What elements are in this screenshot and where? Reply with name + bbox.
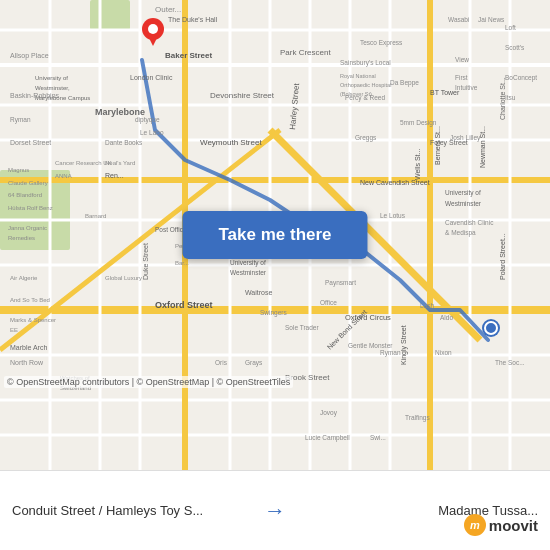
current-location-dot [484, 321, 498, 335]
svg-text:Da Beppe: Da Beppe [390, 79, 419, 87]
svg-text:Kingly Street: Kingly Street [400, 325, 408, 365]
svg-text:BoConcept: BoConcept [505, 74, 537, 82]
svg-text:Hülsta Rolf Benz: Hülsta Rolf Benz [8, 205, 53, 211]
svg-text:London Clinic: London Clinic [130, 74, 173, 81]
svg-text:Remedies: Remedies [8, 235, 35, 241]
svg-text:Oxford Street: Oxford Street [155, 300, 213, 310]
svg-text:(Bolsover St): (Bolsover St) [340, 91, 372, 97]
svg-text:Global Luxury: Global Luxury [105, 275, 142, 281]
svg-text:The Soc...: The Soc... [495, 359, 525, 366]
svg-text:Janna Organic: Janna Organic [8, 225, 47, 231]
svg-text:Barnard: Barnard [85, 213, 106, 219]
svg-text:Office: Office [320, 299, 337, 306]
svg-text:Oxford Circus: Oxford Circus [345, 313, 391, 322]
svg-text:Ren...: Ren... [105, 172, 124, 179]
svg-text:University of: University of [445, 189, 481, 197]
svg-text:Gentle Monster: Gentle Monster [348, 342, 393, 349]
svg-text:Le Lotus: Le Lotus [380, 212, 406, 219]
svg-text:Claude Gallery: Claude Gallery [8, 180, 48, 186]
svg-text:Swi...: Swi... [370, 434, 386, 441]
svg-text:5mm Design: 5mm Design [400, 119, 437, 127]
svg-text:Itsu: Itsu [505, 94, 516, 101]
svg-text:Dorset Street: Dorset Street [10, 139, 51, 146]
svg-text:& Medispa: & Medispa [445, 229, 476, 237]
svg-text:Royal National: Royal National [340, 73, 376, 79]
svg-text:Westminster: Westminster [445, 200, 482, 207]
route-from-label: Conduit Street / Hamleys Toy S... [12, 503, 254, 518]
svg-text:Bar...: Bar... [175, 260, 189, 266]
svg-text:64 Blandford: 64 Blandford [8, 192, 42, 198]
svg-text:Neal's Yard: Neal's Yard [105, 160, 135, 166]
destination-pin [142, 18, 164, 50]
svg-text:Oris: Oris [215, 359, 228, 366]
svg-text:Magnus: Magnus [8, 167, 29, 173]
svg-text:University of: University of [35, 75, 68, 81]
svg-text:Newman St...: Newman St... [479, 126, 486, 168]
svg-text:Le Labo: Le Labo [140, 129, 164, 136]
svg-text:Scott's: Scott's [505, 44, 525, 51]
svg-text:Allsop Place: Allsop Place [10, 52, 49, 60]
svg-text:Sainsbury's Local: Sainsbury's Local [340, 59, 391, 67]
moovit-icon-letter: m [470, 519, 480, 531]
svg-text:Cancer Research UK: Cancer Research UK [55, 160, 112, 166]
bottom-bar: Conduit Street / Hamleys Toy S... → Mada… [0, 470, 550, 550]
svg-text:And So To Bed: And So To Bed [10, 297, 50, 303]
svg-text:Tesco Express: Tesco Express [360, 39, 403, 47]
svg-text:Air Algerie: Air Algerie [10, 275, 38, 281]
map-container: Outer... Allsop Place Baker Street Baski… [0, 0, 550, 470]
svg-text:Orthopaedic Hospital: Orthopaedic Hospital [340, 82, 391, 88]
svg-text:Intuitive: Intuitive [455, 84, 478, 91]
svg-text:University of: University of [230, 259, 266, 267]
svg-text:North Row: North Row [10, 359, 44, 366]
svg-text:Waitrose: Waitrose [245, 289, 272, 296]
svg-text:Jovoy: Jovoy [320, 409, 338, 417]
svg-text:diptyque: diptyque [135, 116, 160, 124]
svg-text:ANNA: ANNA [55, 173, 72, 179]
svg-text:Tralfings: Tralfings [405, 414, 430, 422]
svg-rect-2 [90, 0, 130, 30]
svg-text:Greggs: Greggs [355, 134, 377, 142]
svg-text:Grays: Grays [245, 359, 263, 367]
svg-text:Nixon: Nixon [435, 349, 452, 356]
svg-text:Paynsmart: Paynsmart [325, 279, 356, 287]
take-me-there-button[interactable]: Take me there [182, 211, 367, 259]
svg-text:Wells St...: Wells St... [414, 149, 421, 180]
svg-text:Loft: Loft [505, 24, 516, 31]
svg-text:Duke Street: Duke Street [142, 243, 149, 280]
svg-text:Sole Trader: Sole Trader [285, 324, 319, 331]
svg-text:Polard Street...: Polard Street... [499, 233, 506, 280]
svg-marker-130 [147, 34, 159, 46]
svg-text:Westminster,: Westminster, [35, 85, 70, 91]
moovit-logo: m moovit [464, 514, 538, 536]
svg-text:Westminster: Westminster [230, 269, 267, 276]
svg-text:Ryman: Ryman [380, 349, 401, 357]
svg-text:Cavendish Clinic: Cavendish Clinic [445, 219, 494, 226]
svg-text:The Duke's Hall: The Duke's Hall [168, 16, 218, 23]
osm-attribution: © OpenStreetMap contributors | © OpenStr… [4, 376, 293, 388]
moovit-brand-name: moovit [489, 517, 538, 534]
svg-text:Weymouth Street: Weymouth Street [200, 138, 262, 147]
svg-text:Jai News: Jai News [478, 16, 505, 23]
svg-text:Ryman: Ryman [10, 116, 31, 124]
svg-text:Outer...: Outer... [155, 5, 181, 14]
svg-text:Marble Arch: Marble Arch [10, 344, 47, 351]
svg-text:Devonshire Street: Devonshire Street [210, 91, 275, 100]
svg-text:Wasabi: Wasabi [448, 16, 469, 23]
svg-text:Park Crescent: Park Crescent [280, 48, 331, 57]
svg-text:Josh Lilley: Josh Lilley [450, 134, 481, 142]
svg-text:Marks & Spencer: Marks & Spencer [10, 317, 56, 323]
svg-point-129 [148, 24, 158, 34]
svg-text:Lush: Lush [420, 302, 434, 309]
svg-text:Dante Books: Dante Books [105, 139, 143, 146]
route-arrow-icon: → [254, 498, 296, 524]
svg-text:Aldo: Aldo [440, 314, 453, 321]
svg-text:Lucie Campbell: Lucie Campbell [305, 434, 350, 442]
route-from: Conduit Street / Hamleys Toy S... [12, 503, 254, 518]
svg-text:View: View [455, 56, 469, 63]
svg-text:Berners St...: Berners St... [434, 126, 441, 165]
svg-text:EE: EE [10, 327, 18, 333]
svg-text:First: First [455, 74, 468, 81]
svg-text:Marylebone Campus: Marylebone Campus [35, 95, 90, 101]
svg-text:Swingers: Swingers [260, 309, 287, 317]
svg-text:Baker Street: Baker Street [165, 51, 212, 60]
